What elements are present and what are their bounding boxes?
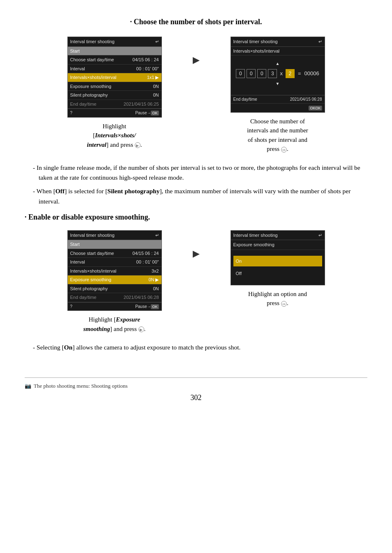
num-0a: 0 [236,69,245,78]
section1-left-col: Interval timer shooting ↵ Start Choose s… [49,37,180,149]
cam-row-start: Start [68,47,161,56]
num-3: 3 [268,69,277,78]
number-row: 0 0 0 3 x 2 = 00006 [233,69,322,78]
caption2-left: Highlight [Exposuresmoothing] and press … [83,315,146,333]
page-footer: 📷 The photo shooting menu: Shooting opti… [25,377,367,404]
section2-heading: · Enable or disable exposure smoothing. [25,212,367,223]
cam2-row-exposure: Exposure smoothing 0N ▶ [68,275,161,285]
cam-row-interval: Interval 00 : 01′ 00″ [68,65,161,74]
section1-diagrams: Interval timer shooting ↵ Start Choose s… [25,37,367,154]
bullet1-1: - In single frame release mode, if the n… [33,163,367,183]
cam2-row-start: Start [68,240,161,249]
bullet1-2: - When [Off] is selected for [Silent pho… [33,186,367,207]
caption1-right: Choose the number of intervals and the n… [247,117,308,154]
section2-left-col: Interval timer shooting ↵ Start Choose s… [49,230,180,334]
exposure-options: On Off [231,250,325,285]
cam2-row-endday: End day/time 2021/04/15 06:28 [68,293,161,302]
section1-right-col: Interval timer shooting ↵ Intervals×shot… [212,37,344,154]
num-2-active: 2 [286,69,295,78]
cam2-row-intervals-shots: Intervals×shots/interval 3x2 [68,267,161,276]
cam2-row-silent: Silent photography 0N [68,285,161,294]
exposure-on-option[interactable]: On [233,256,322,267]
footer-left: 📷 The photo shooting menu: Shooting opti… [25,382,128,390]
footer-bar: 📷 The photo shooting menu: Shooting opti… [25,377,367,390]
intervals-subtitle: Intervals×shots/interval [231,47,325,56]
intervals-footer: End day/time 2021/04/15 06:28 [231,95,325,103]
cam-row-intervals-shots: Intervals×shots/interval 1x1 ▶ [68,73,161,82]
section1-left-menu: Interval timer shooting ↵ Start Choose s… [67,37,162,118]
section1-arrow: ▶ [193,37,200,67]
caption2-right: Highlight an option and press ok. [248,289,307,308]
exposure-title: Interval timer shooting ↵ [231,231,325,241]
exposure-off-option[interactable]: Off [233,268,322,279]
cam-row-startday: Choose start day/time 04/15 06 : 24 [68,56,161,65]
cam-row-endday: End day/time 2021/04/15 06:25 [68,100,161,109]
section2-diagrams: Interval timer shooting ↵ Start Choose s… [25,230,367,334]
page-number: 302 [25,392,367,403]
cam-menu2-title: Interval timer shooting ↵ [68,231,161,241]
cam2-row-startday: Choose start day/time 04/15 06 : 24 [68,249,161,258]
cam-row-silent: Silent photography 0N [68,91,161,100]
up-arrow: ▲ [233,60,322,67]
intervals-ok: OKOK [231,103,325,112]
down-arrow: ▼ [233,81,322,87]
bullets-section1: - In single frame release mode, if the n… [33,163,367,207]
camera-icon: 📷 [25,382,31,390]
cam2-row-interval: Interval 00 : 01′ 00″ [68,258,161,267]
num-0c: 0 [257,69,266,78]
section1-heading: · Choose the number of shots per interva… [25,16,367,28]
intervals-body: ▲ 0 0 0 3 x 2 = 00006 ▼ [231,56,325,92]
section2-left-menu: Interval timer shooting ↵ Start Choose s… [67,230,162,311]
cam-menu-footer1: ? Pause→OK [68,109,161,117]
section2-right-menu: Interval timer shooting ↵ Exposure smoot… [231,230,325,285]
bullets-section2: - Selecting [On] allows the camera to ad… [33,342,367,353]
exposure-subtitle: Exposure smoothing [231,240,325,250]
cam-menu2-footer: ? Pause→OK [68,302,161,311]
section2-arrow: ▶ [193,230,200,260]
section1-right-menu: Interval timer shooting ↵ Intervals×shot… [231,37,325,113]
cam-menu1-title: Interval timer shooting ↵ [68,37,161,47]
intervals-title: Interval timer shooting ↵ [231,37,325,47]
cam-row-exposure: Exposure smoothing 0N [68,82,161,91]
caption1-left: Highlight [Intervals×shots/interval] and… [87,122,142,150]
num-0b: 0 [247,69,256,78]
section2-right-col: Interval timer shooting ↵ Exposure smoot… [212,230,344,308]
bullet2-1: - Selecting [On] allows the camera to ad… [33,342,367,353]
